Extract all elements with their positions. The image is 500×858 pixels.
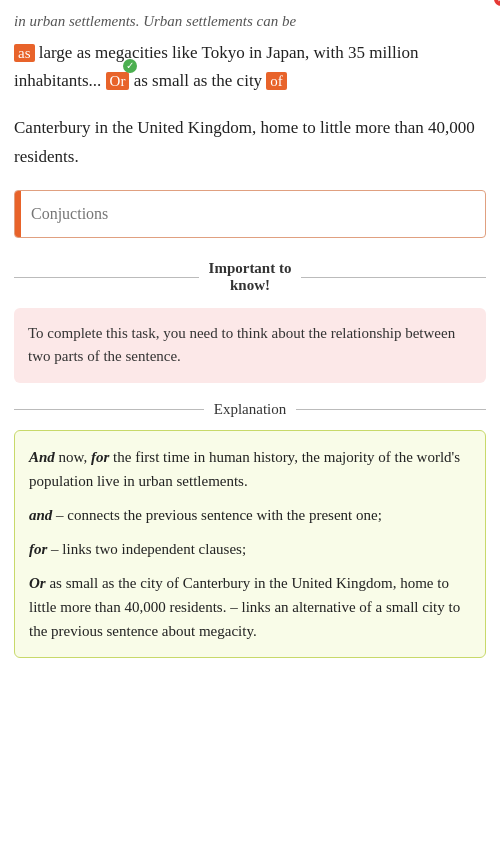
- than-text: than: [395, 118, 424, 137]
- expl-for-desc: for – links two independent clauses;: [29, 537, 471, 561]
- highlight-or-correct: Or: [106, 67, 130, 96]
- divider-line-right: [301, 277, 486, 278]
- cut-top-text: in urban settlements. Urban settlements …: [14, 10, 486, 33]
- important-divider-row: Important toknow!: [14, 260, 486, 294]
- info-box: To complete this task, you need to think…: [14, 308, 486, 383]
- paragraph-text-1: large as megacities like Tokyo in Japan,: [39, 43, 314, 62]
- paragraph-text-3: as small as the city: [134, 71, 267, 90]
- info-text: To complete this task, you need to think…: [28, 325, 455, 364]
- keyword-with: with: [314, 43, 344, 62]
- conjunction-input[interactable]: [21, 191, 485, 237]
- highlight-of-wrong: of: [266, 71, 287, 90]
- expl-for-text: – links two independent clauses;: [51, 541, 246, 557]
- expl-divider-right: [296, 409, 486, 410]
- expl-and: And: [29, 449, 55, 465]
- expl-or-desc: Or as small as the city of Canterbury in…: [29, 571, 471, 643]
- or-highlight: Or: [106, 72, 130, 90]
- divider-line-left: [14, 277, 199, 278]
- conjunction-section: [14, 190, 486, 238]
- expl-or-text: as small as the city of Canterbury in th…: [29, 575, 460, 639]
- expl-and-desc: and – connects the previous sentence wit…: [29, 503, 471, 527]
- expl-for: for: [91, 449, 109, 465]
- main-container: in urban settlements. Urban settlements …: [0, 0, 500, 678]
- canterbury-paragraph: Canterbury in the United Kingdom, home t…: [14, 114, 486, 172]
- expl-now: now,: [59, 449, 91, 465]
- of-highlight: of: [266, 72, 287, 90]
- highlight-as: as: [14, 44, 35, 62]
- expl-divider-left: [14, 409, 204, 410]
- conjunction-input-wrapper: [14, 190, 486, 238]
- main-paragraph: as large as megacities like Tokyo in Jap…: [14, 39, 486, 97]
- expl-and-text: – connects the previous sentence with th…: [56, 507, 382, 523]
- expl-for-label: for: [29, 541, 47, 557]
- explanation-divider-row: Explanation: [14, 401, 486, 418]
- cut-top-span: in urban settlements. Urban settlements …: [14, 13, 296, 29]
- explanation-box: And now, for the first time in human his…: [14, 430, 486, 658]
- canterbury-text: Canterbury in the United Kingdom, home t…: [14, 118, 395, 137]
- important-label: Important toknow!: [209, 260, 292, 294]
- expl-sentence: And now, for the first time in human his…: [29, 445, 471, 493]
- expl-and-label: and: [29, 507, 52, 523]
- expl-or-label: Or: [29, 575, 46, 591]
- explanation-label: Explanation: [214, 401, 286, 418]
